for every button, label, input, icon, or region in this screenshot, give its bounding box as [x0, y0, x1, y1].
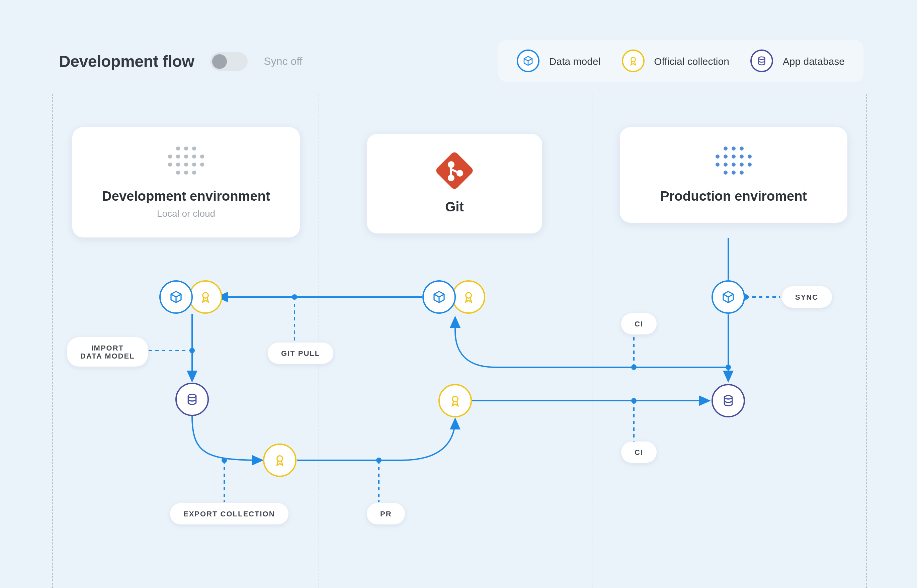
- svg-point-21: [458, 171, 462, 176]
- svg-point-19: [449, 162, 453, 167]
- svg-point-7: [176, 171, 180, 174]
- svg-point-12: [192, 147, 196, 150]
- ribbon-icon: [622, 50, 645, 72]
- svg-point-0: [631, 57, 636, 61]
- legend: Data model Official collection App datab…: [498, 40, 864, 82]
- svg-point-31: [732, 171, 736, 174]
- svg-point-27: [724, 171, 728, 174]
- card-title: Production enviroment: [641, 189, 826, 204]
- cube-icon: [159, 280, 193, 314]
- svg-point-26: [724, 163, 728, 166]
- svg-point-46: [203, 292, 209, 298]
- label-sync: SYNC: [782, 286, 832, 308]
- node-dev-database: [175, 383, 209, 416]
- svg-point-30: [732, 163, 736, 166]
- ribbon-icon: [452, 280, 485, 314]
- svg-point-37: [748, 163, 752, 166]
- svg-point-36: [748, 155, 752, 158]
- svg-point-17: [200, 163, 204, 166]
- svg-point-10: [184, 163, 188, 166]
- svg-point-13: [192, 155, 196, 158]
- label-export-collection: EXPORT COLLECTION: [170, 503, 288, 525]
- svg-point-49: [277, 456, 283, 462]
- svg-point-25: [724, 155, 728, 158]
- svg-point-22: [715, 155, 720, 158]
- card-prod-environment: Production enviroment: [620, 127, 847, 223]
- svg-point-42: [631, 398, 637, 403]
- svg-point-34: [740, 163, 744, 166]
- svg-point-1: [759, 57, 765, 60]
- svg-point-20: [449, 176, 453, 180]
- legend-label: Official collection: [654, 55, 729, 66]
- svg-point-4: [176, 147, 180, 150]
- svg-point-44: [631, 365, 637, 370]
- legend-item-official-collection: Official collection: [622, 50, 729, 72]
- node-prod-database: [712, 384, 745, 417]
- legend-label: App database: [783, 55, 845, 66]
- svg-point-38: [292, 294, 297, 300]
- lane-separator: [319, 94, 319, 588]
- svg-point-41: [376, 457, 382, 463]
- card-dev-environment: Development environment Local or cloud: [72, 127, 300, 237]
- metabase-logo-blue-icon: [713, 144, 754, 177]
- svg-point-23: [715, 163, 720, 166]
- toggle-knob: [212, 54, 227, 69]
- label-git-pull: GIT PULL: [268, 342, 333, 364]
- svg-point-9: [184, 155, 188, 158]
- node-prod-data-model: [712, 280, 745, 314]
- git-icon: [435, 151, 474, 190]
- lane-separator: [592, 94, 592, 588]
- svg-point-3: [168, 163, 172, 166]
- label-ci-bottom: CI: [621, 441, 657, 463]
- svg-point-43: [726, 365, 731, 370]
- sync-toggle[interactable]: [210, 52, 247, 71]
- svg-point-35: [740, 171, 744, 174]
- card-git: Git: [367, 134, 542, 233]
- card-subtitle: Local or cloud: [94, 208, 278, 219]
- node-export-collection: [263, 444, 296, 477]
- label-pr: PR: [367, 503, 405, 525]
- card-title: Git: [388, 199, 521, 215]
- card-title: Development environment: [94, 189, 278, 204]
- svg-point-28: [732, 147, 736, 150]
- svg-point-11: [184, 171, 188, 174]
- svg-point-14: [192, 163, 196, 166]
- svg-point-8: [184, 147, 188, 150]
- legend-label: Data model: [549, 55, 600, 66]
- svg-point-39: [189, 348, 195, 353]
- lane-separator: [52, 94, 53, 588]
- node-git-model-collection: [422, 280, 485, 314]
- lane-separator: [866, 94, 867, 588]
- diagram-canvas: Development flow Sync off Data model Off…: [0, 0, 917, 588]
- svg-point-5: [176, 155, 180, 158]
- svg-point-24: [724, 147, 728, 150]
- header: Development flow Sync off: [59, 52, 302, 71]
- database-icon: [750, 50, 773, 72]
- svg-point-48: [188, 394, 196, 398]
- svg-point-32: [740, 147, 744, 150]
- svg-point-6: [176, 163, 180, 166]
- svg-point-51: [724, 396, 732, 399]
- sync-status-label: Sync off: [264, 55, 302, 68]
- node-dev-model-collection: [159, 280, 222, 314]
- svg-point-2: [168, 155, 172, 158]
- legend-item-app-database: App database: [750, 50, 845, 72]
- svg-point-50: [453, 396, 458, 402]
- ribbon-icon: [189, 280, 222, 314]
- svg-point-47: [466, 292, 472, 298]
- svg-point-16: [200, 155, 204, 158]
- cube-icon: [517, 50, 540, 72]
- page-title: Development flow: [59, 52, 194, 71]
- legend-item-data-model: Data model: [517, 50, 600, 72]
- svg-point-40: [222, 457, 227, 463]
- metabase-logo-grey-icon: [166, 144, 206, 177]
- svg-point-29: [732, 155, 736, 158]
- svg-point-15: [192, 171, 196, 174]
- cube-icon: [422, 280, 456, 314]
- svg-point-33: [740, 155, 744, 158]
- node-git-collection: [438, 384, 472, 417]
- label-import-data-model: IMPORT DATA MODEL: [67, 337, 148, 367]
- label-ci-top: CI: [621, 313, 657, 334]
